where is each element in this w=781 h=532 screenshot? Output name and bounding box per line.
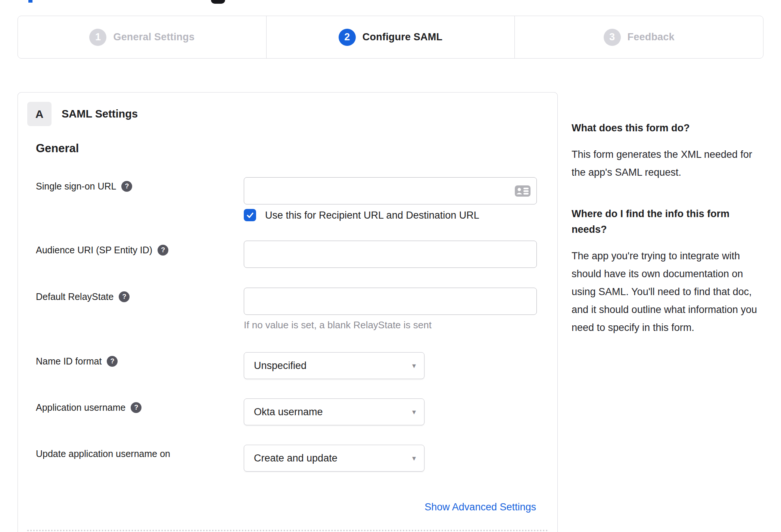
sidebar-question-1: What does this form do? [572, 120, 764, 136]
sidebar-answer-1: This form generates the XML needed for t… [572, 145, 764, 181]
audience-uri-input[interactable] [244, 241, 537, 268]
chevron-down-icon: ▾ [412, 407, 416, 416]
step-label: General Settings [113, 31, 195, 43]
step-label: Feedback [628, 31, 675, 43]
relaystate-hint: If no value is set, a blank RelayState i… [244, 319, 432, 331]
checkmark-icon [246, 211, 254, 219]
step-label: Configure SAML [363, 31, 442, 43]
nameid-format-label: Name ID format ? [36, 356, 118, 367]
app-username-value: Okta username [254, 406, 323, 418]
cutoff-icon-fragment [211, 0, 225, 4]
update-username-select[interactable]: Create and update ▾ [244, 445, 424, 472]
section-divider [27, 530, 548, 531]
help-icon[interactable]: ? [107, 356, 118, 367]
panel-title: SAML Settings [62, 102, 138, 126]
chevron-down-icon: ▾ [412, 454, 416, 463]
help-icon[interactable]: ? [121, 181, 132, 192]
relaystate-label-text: Default RelayState [36, 291, 113, 302]
relaystate-input[interactable] [244, 288, 537, 315]
sso-url-label: Single sign-on URL ? [36, 181, 132, 192]
saml-settings-panel: A SAML Settings General Single sign-on U… [18, 92, 558, 532]
help-sidebar: What does this form do? This form genera… [572, 120, 764, 337]
update-username-label: Update application username on [36, 448, 170, 459]
step-number-badge: 1 [89, 29, 106, 46]
sidebar-answer-2: The app you're trying to integrate with … [572, 247, 764, 337]
app-username-label: Application username ? [36, 402, 141, 413]
wizard-stepper: 1 General Settings 2 Configure SAML 3 Fe… [18, 16, 763, 59]
chevron-down-icon: ▾ [412, 361, 416, 370]
sidebar-question-2: Where do I find the info this form needs… [572, 206, 747, 237]
general-section-title: General [36, 142, 79, 155]
nameid-format-select[interactable]: Unspecified ▾ [244, 352, 424, 379]
recipient-url-checkbox-label: Use this for Recipient URL and Destinati… [265, 210, 479, 221]
section-a-badge: A [27, 102, 52, 126]
help-icon[interactable]: ? [119, 291, 130, 302]
step-number-badge: 3 [604, 29, 621, 46]
show-advanced-settings-link[interactable]: Show Advanced Settings [424, 501, 536, 513]
nameid-format-value: Unspecified [254, 360, 307, 372]
step-configure-saml[interactable]: 2 Configure SAML [266, 16, 515, 58]
cutoff-logo-fragment [28, 0, 32, 3]
help-icon[interactable]: ? [158, 245, 168, 256]
step-number-badge: 2 [339, 29, 356, 46]
recipient-url-checkbox[interactable] [244, 209, 256, 221]
step-general-settings[interactable]: 1 General Settings [18, 16, 266, 58]
sso-url-input[interactable] [244, 177, 537, 204]
audience-uri-label: Audience URI (SP Entity ID) ? [36, 245, 168, 256]
audience-uri-label-text: Audience URI (SP Entity ID) [36, 245, 152, 256]
sso-url-label-text: Single sign-on URL [36, 181, 116, 192]
relaystate-label: Default RelayState ? [36, 291, 130, 302]
update-username-value: Create and update [254, 453, 337, 464]
app-username-select[interactable]: Okta username ▾ [244, 398, 424, 425]
help-icon[interactable]: ? [131, 402, 141, 413]
nameid-format-label-text: Name ID format [36, 356, 102, 367]
contact-card-icon [514, 185, 531, 197]
step-feedback[interactable]: 3 Feedback [514, 16, 763, 58]
update-username-label-text: Update application username on [36, 448, 170, 459]
app-username-label-text: Application username [36, 402, 125, 413]
